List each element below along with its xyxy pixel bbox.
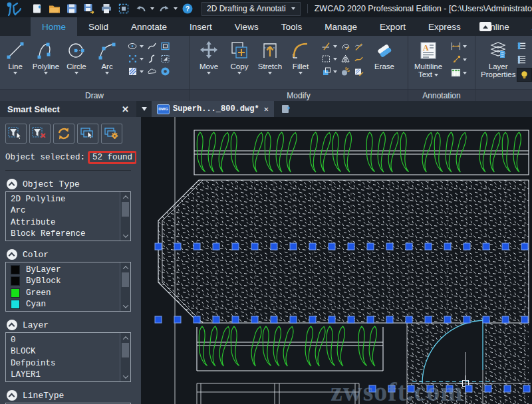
- scroll-down-icon[interactable]: [120, 372, 130, 381]
- trim-button[interactable]: [321, 41, 337, 51]
- tab-solid[interactable]: Solid: [77, 17, 120, 36]
- scrollbar[interactable]: [120, 262, 130, 311]
- list-item[interactable]: Defpoints: [6, 357, 120, 369]
- list-item[interactable]: 0: [6, 334, 120, 346]
- collapse-chevron-icon[interactable]: [7, 320, 17, 330]
- tab-app-[interactable]: APP+: [521, 17, 532, 36]
- redo-dropdown-icon[interactable]: [174, 7, 178, 10]
- layer-listbox[interactable]: 0BLOCKDefpointsLAYER1: [5, 332, 131, 382]
- collapse-chevron-icon[interactable]: [7, 179, 17, 189]
- copy-button[interactable]: Copy: [224, 36, 255, 74]
- save-as-icon[interactable]: [81, 2, 96, 15]
- tab-annotate[interactable]: Annotate: [120, 17, 178, 36]
- layer-off-button[interactable]: [517, 68, 532, 82]
- save-icon[interactable]: [64, 2, 79, 15]
- spline-button[interactable]: [147, 41, 157, 51]
- array-button[interactable]: [321, 54, 337, 64]
- edit-hatch-button[interactable]: [354, 54, 364, 64]
- tab-tools[interactable]: Tools: [270, 17, 314, 36]
- list-item[interactable]: 2D Polyline: [6, 193, 120, 205]
- scroll-thumb[interactable]: [122, 202, 129, 217]
- section-header[interactable]: Object Type: [7, 179, 131, 189]
- ribbon-collapse-button[interactable]: [479, 22, 491, 31]
- linear-dimension-button[interactable]: [451, 41, 467, 51]
- redo-icon[interactable]: [156, 2, 172, 15]
- tab-home[interactable]: Home: [31, 17, 77, 36]
- list-item[interactable]: ByLayer: [6, 264, 120, 276]
- close-icon[interactable]: ✕: [122, 104, 129, 114]
- rectangle-button[interactable]: [160, 41, 170, 51]
- scroll-up-icon[interactable]: [120, 193, 130, 201]
- leader-button[interactable]: [451, 54, 467, 64]
- scroll-down-icon[interactable]: [120, 302, 130, 310]
- spline-edit-button[interactable]: [147, 54, 157, 64]
- arc-button[interactable]: Arc: [92, 36, 122, 74]
- object-type-listbox[interactable]: 2D PolylineArcAttributeBlock Reference: [5, 191, 131, 241]
- list-item[interactable]: Block Reference: [6, 229, 120, 241]
- list-item[interactable]: BLOCK: [6, 346, 120, 358]
- list-item[interactable]: Attribute: [6, 217, 120, 229]
- scroll-thumb[interactable]: [122, 272, 129, 287]
- fillet-button[interactable]: Fillet: [285, 36, 316, 74]
- move-button[interactable]: Move: [194, 36, 224, 74]
- scroll-down-icon[interactable]: [120, 231, 130, 240]
- list-item[interactable]: Arc: [6, 205, 120, 217]
- ellipse-button[interactable]: [128, 41, 144, 51]
- stretch-button[interactable]: Stretch: [255, 36, 285, 74]
- scroll-thumb[interactable]: [122, 343, 129, 357]
- polyline-button[interactable]: Polyline: [31, 36, 61, 74]
- list-item[interactable]: ByBlock: [6, 276, 120, 288]
- select-filter-button[interactable]: [5, 124, 27, 144]
- tab-manage[interactable]: Manage: [313, 17, 368, 36]
- clear-filter-button[interactable]: [29, 124, 51, 144]
- section-header[interactable]: LineType: [7, 390, 131, 401]
- undo-icon[interactable]: [133, 2, 148, 15]
- new-document-button[interactable]: [279, 103, 293, 115]
- revision-cloud-button[interactable]: [147, 66, 157, 76]
- edit-polyline-button[interactable]: [340, 41, 350, 51]
- mirror-button[interactable]: [340, 54, 350, 64]
- plot-preview-icon[interactable]: [116, 2, 131, 15]
- collapse-chevron-icon[interactable]: [7, 249, 17, 260]
- multiline-text-button[interactable]: A Multiline Text: [411, 36, 446, 78]
- tab-menu-icon[interactable]: [142, 107, 147, 111]
- panel-splitter[interactable]: [136, 117, 141, 404]
- select-on-screen-button[interactable]: [77, 124, 98, 144]
- tab-express[interactable]: Express: [417, 17, 472, 36]
- donut-button[interactable]: [160, 66, 170, 76]
- undo-dropdown-icon[interactable]: [150, 7, 154, 10]
- list-item[interactable]: LAYER1: [6, 369, 120, 381]
- circle-button[interactable]: Circle: [61, 36, 92, 74]
- scrollbar[interactable]: [120, 333, 130, 381]
- refresh-button[interactable]: [53, 124, 74, 144]
- close-icon[interactable]: ✕: [264, 104, 269, 114]
- explode-button[interactable]: [340, 66, 350, 76]
- scroll-up-icon[interactable]: [120, 334, 130, 342]
- drawing-canvas[interactable]: zwsoft.com: [136, 117, 532, 404]
- section-header[interactable]: Color: [7, 249, 131, 260]
- new-file-icon[interactable]: [29, 2, 45, 15]
- offset-button[interactable]: [321, 66, 337, 76]
- list-item[interactable]: Cyan: [6, 299, 120, 311]
- open-folder-icon[interactable]: [47, 2, 62, 15]
- layer-state-button[interactable]: [517, 41, 532, 51]
- hatch-button[interactable]: [128, 66, 144, 76]
- point-button[interactable]: [128, 54, 144, 64]
- section-header[interactable]: Layer: [7, 320, 131, 330]
- tab-insert[interactable]: Insert: [178, 17, 223, 36]
- workspace-dropdown[interactable]: 2D Drafting & Annotati: [201, 2, 301, 16]
- color-listbox[interactable]: ByLayerByBlockGreenCyan: [5, 262, 131, 312]
- line-button[interactable]: Line: [0, 36, 31, 74]
- tab-export[interactable]: Export: [368, 17, 417, 36]
- print-icon[interactable]: [98, 2, 114, 15]
- list-item[interactable]: Green: [6, 287, 120, 299]
- scroll-up-icon[interactable]: [120, 263, 130, 272]
- layer-properties-button[interactable]: Layer Properties: [481, 36, 515, 78]
- help-icon[interactable]: ?: [180, 2, 195, 15]
- region-button[interactable]: [160, 54, 170, 64]
- layer-list-button[interactable]: [517, 54, 532, 64]
- edit-spline-button[interactable]: [354, 41, 364, 51]
- table-button[interactable]: [451, 68, 467, 78]
- tab-views[interactable]: Views: [223, 17, 270, 36]
- document-tab[interactable]: DWG Superh..._800.dwg* ✕: [152, 101, 274, 117]
